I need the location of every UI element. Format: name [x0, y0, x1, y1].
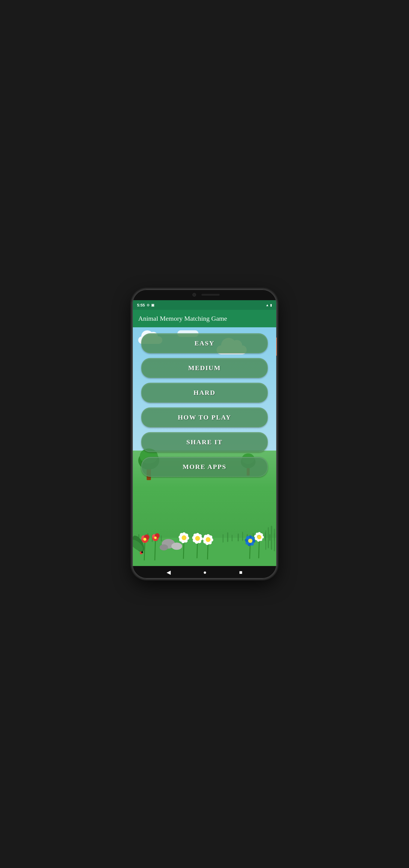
- easy-button[interactable]: EASY: [141, 333, 268, 353]
- signal-icon: ▲: [266, 303, 269, 307]
- sd-icon: ▣: [151, 303, 154, 307]
- phone-frame: 5:55 ⊙ ▣ ▲ ▮ Animal Memory Matching Game: [132, 289, 277, 579]
- side-button: [276, 338, 277, 355]
- battery-icon: ▮: [270, 303, 272, 307]
- medium-button[interactable]: MEDIUM: [141, 358, 268, 378]
- app-header: Animal Memory Matching Game: [132, 310, 277, 327]
- phone-top-bar: [132, 289, 277, 300]
- back-button[interactable]: ◀: [167, 569, 171, 576]
- how-to-play-button[interactable]: HOW TO PLAY: [141, 407, 268, 427]
- status-right: ▲ ▮: [266, 303, 272, 307]
- camera: [193, 293, 196, 297]
- app-title: Animal Memory Matching Game: [138, 315, 271, 322]
- screen: 5:55 ⊙ ▣ ▲ ▮ Animal Memory Matching Game: [132, 300, 277, 566]
- buttons-overlay: EASY MEDIUM HARD HOW TO PLAY SHARE IT MO…: [132, 327, 277, 566]
- time-display: 5:55: [137, 303, 145, 307]
- nav-bar: ◀ ● ■: [132, 566, 277, 579]
- recent-button[interactable]: ■: [239, 569, 242, 576]
- more-apps-button[interactable]: MORE APPS: [141, 457, 268, 477]
- share-it-button[interactable]: SHARE IT: [141, 432, 268, 452]
- status-bar: 5:55 ⊙ ▣ ▲ ▮: [132, 300, 277, 310]
- home-button[interactable]: ●: [203, 569, 207, 576]
- circle-icon: ⊙: [147, 303, 149, 307]
- speaker: [202, 294, 219, 296]
- status-left: 5:55 ⊙ ▣: [137, 303, 154, 307]
- main-content: EASY MEDIUM HARD HOW TO PLAY SHARE IT MO…: [132, 327, 277, 566]
- hard-button[interactable]: HARD: [141, 383, 268, 403]
